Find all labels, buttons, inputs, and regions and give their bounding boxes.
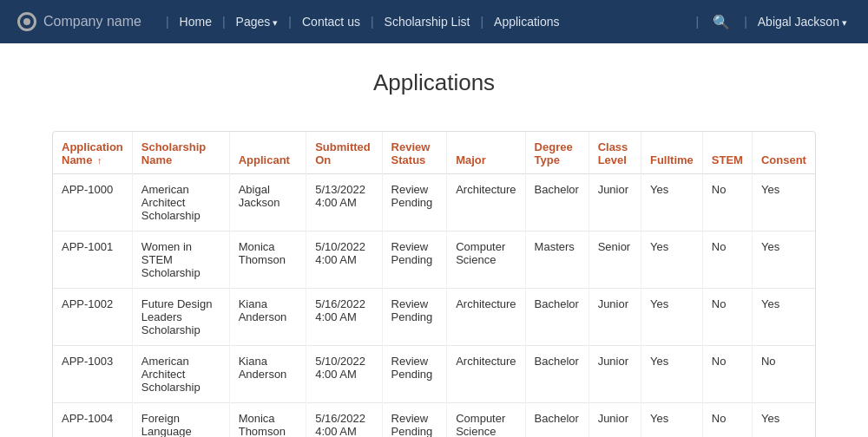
col-header-applicant[interactable]: Applicant — [229, 132, 306, 174]
col-header-fulltime[interactable]: Fulltime — [641, 132, 702, 174]
cell-review: Review Pending — [382, 289, 447, 346]
sep-6: | — [695, 15, 699, 29]
cell-submitted: 5/16/2022 4:00 AM — [306, 289, 382, 346]
cell-fulltime: Yes — [641, 403, 702, 438]
sep-1: | — [166, 15, 169, 29]
cell-scholarship: American Architect Scholarship — [132, 346, 229, 403]
cell-consent: Yes — [752, 174, 815, 232]
cell-consent: No — [752, 346, 815, 403]
table-row: APP-1002Future Design Leaders Scholarshi… — [53, 289, 815, 346]
cell-stem: No — [702, 174, 752, 232]
cell-stem: No — [702, 403, 752, 438]
cell-major: Computer Science — [447, 232, 525, 289]
col-header-app-name[interactable]: Application Name ↑ — [53, 132, 132, 174]
cell-major: Architecture — [447, 346, 525, 403]
page-title: Applications — [52, 69, 816, 96]
nav-home[interactable]: Home — [176, 15, 215, 29]
cell-consent: Yes — [752, 403, 815, 438]
cell-fulltime: Yes — [641, 232, 702, 289]
cell-app_name: APP-1002 — [53, 289, 132, 346]
cell-consent: Yes — [752, 289, 815, 346]
cell-app_name: APP-1004 — [53, 403, 132, 438]
cell-applicant: Kiana Anderson — [229, 289, 306, 346]
main-content: Applications Application Name ↑ Scholars… — [0, 43, 868, 437]
cell-submitted: 5/13/2022 4:00 AM — [306, 174, 382, 232]
cell-review: Review Pending — [382, 403, 447, 438]
cell-class_level: Senior — [589, 232, 641, 289]
cell-major: Computer Science — [447, 403, 525, 438]
nav-contact[interactable]: Contact us — [299, 15, 364, 29]
brand[interactable]: Company name — [17, 12, 141, 31]
cell-app_name: APP-1003 — [53, 346, 132, 403]
sep-2: | — [222, 15, 226, 29]
cell-submitted: 5/16/2022 4:00 AM — [306, 403, 382, 438]
col-header-review[interactable]: Review Status — [382, 132, 447, 174]
col-header-degree[interactable]: Degree Type — [525, 132, 589, 174]
col-header-class[interactable]: Class Level — [589, 132, 641, 174]
table-row: APP-1004Foreign Language ScholarshipMoni… — [53, 403, 815, 438]
cell-applicant: Abigal Jackson — [229, 174, 306, 232]
nav-applications[interactable]: Applications — [490, 15, 563, 29]
cell-fulltime: Yes — [641, 346, 702, 403]
col-header-stem[interactable]: STEM — [702, 132, 752, 174]
table-row: APP-1000American Architect ScholarshipAb… — [53, 174, 815, 232]
cell-degree: Masters — [525, 232, 589, 289]
cell-class_level: Junior — [589, 403, 641, 438]
cell-fulltime: Yes — [641, 289, 702, 346]
cell-stem: No — [702, 232, 752, 289]
cell-major: Architecture — [447, 174, 525, 232]
search-icon[interactable]: 🔍 — [706, 14, 737, 30]
cell-degree: Bachelor — [525, 346, 589, 403]
cell-review: Review Pending — [382, 232, 447, 289]
cell-scholarship: Women in STEM Scholarship — [132, 232, 229, 289]
cell-degree: Bachelor — [525, 289, 589, 346]
cell-class_level: Junior — [589, 174, 641, 232]
cell-app_name: APP-1000 — [53, 174, 132, 232]
col-header-submitted[interactable]: Submitted On — [306, 132, 382, 174]
col-header-scholarship[interactable]: Scholarship Name — [132, 132, 229, 174]
table-row: APP-1003American Architect ScholarshipKi… — [53, 346, 815, 403]
cell-consent: Yes — [752, 232, 815, 289]
brand-name: Company name — [43, 14, 141, 29]
cell-applicant: Kiana Anderson — [229, 346, 306, 403]
sep-7: | — [744, 15, 747, 29]
cell-app_name: APP-1001 — [53, 232, 132, 289]
cell-stem: No — [702, 346, 752, 403]
cell-stem: No — [702, 289, 752, 346]
cell-class_level: Junior — [589, 289, 641, 346]
sort-arrow-app-name: ↑ — [97, 155, 102, 166]
nav-pages[interactable]: Pages — [233, 15, 282, 29]
brand-icon — [17, 12, 36, 31]
cell-review: Review Pending — [382, 346, 447, 403]
sep-4: | — [371, 15, 374, 29]
cell-major: Architecture — [447, 289, 525, 346]
applications-table-wrapper: Application Name ↑ Scholarship Name Appl… — [52, 131, 816, 437]
sep-5: | — [480, 15, 483, 29]
col-header-major[interactable]: Major — [447, 132, 525, 174]
cell-review: Review Pending — [382, 174, 447, 232]
cell-degree: Bachelor — [525, 174, 589, 232]
navbar: Company name | Home | Pages | Contact us… — [0, 0, 868, 43]
cell-applicant: Monica Thomson — [229, 232, 306, 289]
cell-scholarship: American Architect Scholarship — [132, 174, 229, 232]
table-body: APP-1000American Architect ScholarshipAb… — [53, 174, 815, 438]
cell-scholarship: Future Design Leaders Scholarship — [132, 289, 229, 346]
user-menu[interactable]: Abigal Jackson — [754, 15, 851, 29]
sep-3: | — [288, 15, 292, 29]
cell-submitted: 5/10/2022 4:00 AM — [306, 346, 382, 403]
applications-table: Application Name ↑ Scholarship Name Appl… — [53, 132, 815, 437]
col-header-consent[interactable]: Consent — [752, 132, 815, 174]
nav-scholarship[interactable]: Scholarship List — [381, 15, 474, 29]
cell-class_level: Junior — [589, 346, 641, 403]
cell-degree: Bachelor — [525, 403, 589, 438]
cell-submitted: 5/10/2022 4:00 AM — [306, 232, 382, 289]
table-header: Application Name ↑ Scholarship Name Appl… — [53, 132, 815, 174]
table-row: APP-1001Women in STEM ScholarshipMonica … — [53, 232, 815, 289]
cell-scholarship: Foreign Language Scholarship — [132, 403, 229, 438]
cell-fulltime: Yes — [641, 174, 702, 232]
cell-applicant: Monica Thomson — [229, 403, 306, 438]
